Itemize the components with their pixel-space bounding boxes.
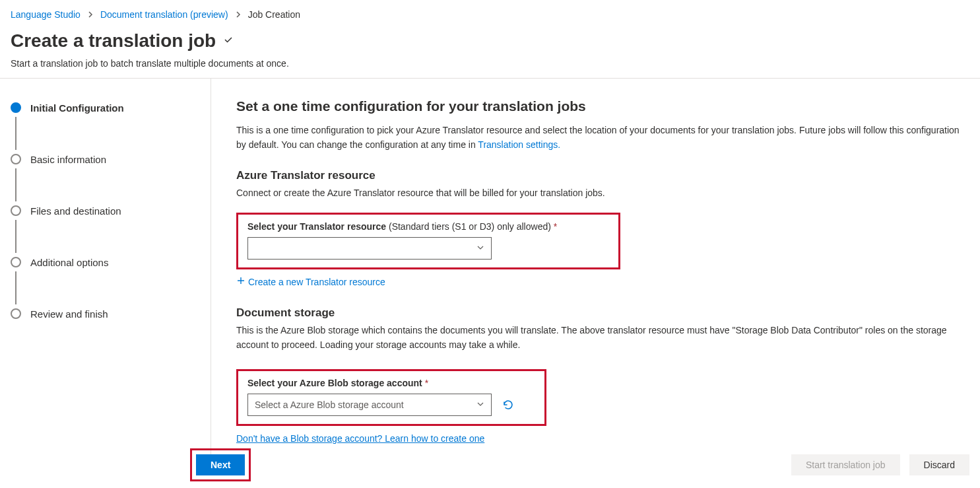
step-files-and-destination[interactable]: Files and destination xyxy=(11,201,200,220)
step-label: Additional options xyxy=(30,257,108,268)
section-heading: Set a one time configuration for your tr… xyxy=(236,98,969,114)
breadcrumb-link-language-studio[interactable]: Language Studio xyxy=(11,9,81,20)
discard-button[interactable]: Discard xyxy=(909,454,969,475)
chevron-down-icon xyxy=(476,243,484,254)
start-translation-job-button: Start translation job xyxy=(791,454,900,475)
step-basic-information[interactable]: Basic information xyxy=(11,150,200,168)
chevron-right-icon xyxy=(235,9,242,20)
step-circle-icon xyxy=(11,308,21,319)
dropdown-placeholder: Select a Azure Blob storage account xyxy=(255,400,404,410)
step-circle-icon xyxy=(11,154,21,164)
storage-account-field-label: Select your Azure Blob storage account * xyxy=(247,378,535,388)
storage-help-link[interactable]: Don't have a Blob storage account? Learn… xyxy=(236,433,484,444)
step-label: Review and finish xyxy=(30,308,108,320)
breadcrumb-current: Job Creation xyxy=(248,9,300,20)
main-panel: Set a one time configuration for your tr… xyxy=(211,79,980,474)
page-subtitle: Start a translation job to batch transla… xyxy=(0,55,980,78)
step-label: Basic information xyxy=(30,154,106,165)
breadcrumb: Language Studio Document translation (pr… xyxy=(0,0,980,24)
step-circle-icon xyxy=(11,102,21,113)
chevron-right-icon xyxy=(87,9,94,20)
next-button[interactable]: Next xyxy=(196,454,245,475)
step-circle-icon xyxy=(11,257,21,267)
wizard-stepper: Initial Configuration Basic information … xyxy=(0,79,211,474)
translation-settings-link[interactable]: Translation settings. xyxy=(478,139,560,150)
wizard-footer: Next Start translation job Discard xyxy=(0,448,980,481)
highlight-translator-box: Select your Translator resource (Standar… xyxy=(236,213,620,269)
highlight-next-box: Next xyxy=(190,448,251,481)
create-translator-resource-link[interactable]: Create a new Translator resource xyxy=(236,276,385,287)
section-description: This is a one time configuration to pick… xyxy=(236,123,962,152)
storage-account-dropdown[interactable]: Select a Azure Blob storage account xyxy=(247,394,492,416)
document-storage-description: This is the Azure Blob storage which con… xyxy=(236,324,949,352)
highlight-storage-box: Select your Azure Blob storage account *… xyxy=(236,369,546,426)
translator-resource-description: Connect or create the Azure Translator r… xyxy=(236,186,949,201)
page-title: Create a translation job xyxy=(11,30,216,52)
chevron-down-icon xyxy=(476,400,484,410)
step-label: Files and destination xyxy=(30,205,121,217)
plus-icon xyxy=(236,276,245,287)
step-additional-options[interactable]: Additional options xyxy=(11,253,200,271)
checkmark-icon xyxy=(222,34,234,48)
refresh-button[interactable] xyxy=(501,398,515,412)
step-label: Initial Configuration xyxy=(30,102,124,114)
breadcrumb-link-document-translation[interactable]: Document translation (preview) xyxy=(100,9,228,20)
step-circle-icon xyxy=(11,205,21,216)
document-storage-heading: Document storage xyxy=(236,306,969,320)
translator-resource-heading: Azure Translator resource xyxy=(236,169,969,182)
translator-resource-field-label: Select your Translator resource (Standar… xyxy=(247,221,609,232)
step-initial-configuration[interactable]: Initial Configuration xyxy=(11,98,200,117)
translator-resource-dropdown[interactable] xyxy=(247,237,492,260)
step-review-and-finish[interactable]: Review and finish xyxy=(11,304,200,323)
